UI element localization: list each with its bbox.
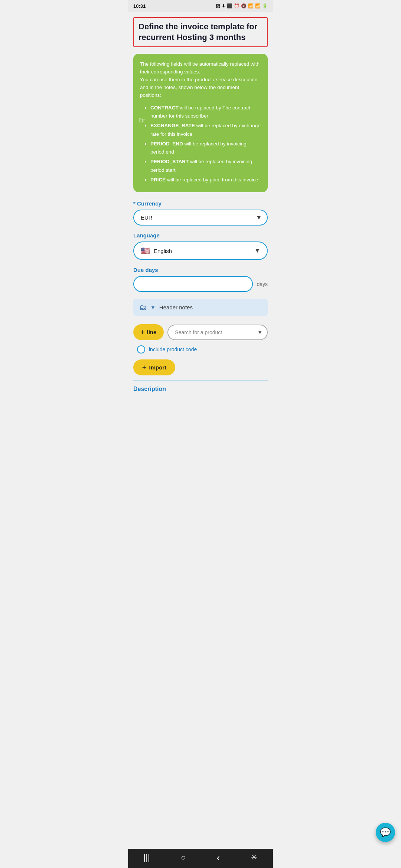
add-line-label: line — [147, 329, 157, 335]
flag-icon: 🇺🇸 — [141, 246, 150, 255]
header-notes-section[interactable]: 🗂 ▼ Header notes — [133, 299, 268, 316]
info-box: ☞ The following fields will be automatic… — [133, 54, 268, 192]
camera-icon: 🖼 — [216, 3, 220, 9]
import-button[interactable]: + Import — [133, 359, 175, 375]
language-select-wrapper[interactable]: 🇺🇸 English ▼ — [133, 241, 268, 260]
include-product-code-radio[interactable] — [137, 345, 145, 354]
add-line-row: + line Search for a product ▼ — [133, 324, 268, 340]
header-notes-icon: 🗂 — [139, 303, 147, 312]
info-list-item: PRICE will be replaced by price from thi… — [150, 176, 261, 184]
record-icon: ⬛ — [227, 3, 232, 9]
product-code-row: include product code — [133, 345, 268, 354]
language-value: English — [154, 248, 254, 254]
due-days-input[interactable] — [133, 276, 253, 292]
battery-icon: 🔋 — [262, 3, 268, 9]
product-search-select[interactable]: Search for a product — [167, 325, 268, 340]
include-product-code-label: include product code — [149, 346, 197, 352]
info-list-item: CONTRACT will be replaced by The contrac… — [150, 104, 261, 121]
import-plus-icon: + — [142, 364, 146, 371]
status-time: 10:31 — [133, 3, 146, 9]
language-label: Language — [133, 232, 268, 239]
main-content: Define the invoice template for recurren… — [128, 12, 273, 422]
header-notes-label: Header notes — [159, 304, 193, 310]
status-icons: 🖼 ⬇ ⬛ ⏰ 🔇 📶 📶 🔋 — [216, 3, 268, 9]
currency-select-wrapper: EUR USD GBP ▼ — [133, 210, 268, 226]
currency-label: * Currency — [133, 200, 268, 207]
wifi-icon: 📶 — [248, 3, 254, 9]
page-title-box: Define the invoice template for recurren… — [133, 17, 268, 47]
due-days-unit: days — [257, 281, 268, 287]
language-chevron-icon: ▼ — [254, 247, 260, 254]
info-list-item: PERIOD_START will be replaced by invoici… — [150, 158, 261, 174]
alarm-icon: ⏰ — [234, 3, 239, 9]
import-label: Import — [149, 364, 167, 371]
mute-icon: 🔇 — [241, 3, 247, 9]
page-title: Define the invoice template for recurren… — [138, 22, 263, 43]
description-section: Description — [133, 381, 268, 392]
info-list-item: PERIOD_END will be replaced by invoicing… — [150, 140, 261, 157]
product-search-wrapper: Search for a product ▼ — [167, 325, 268, 340]
plus-icon: + — [141, 328, 145, 336]
header-notes-chevron-icon: ▼ — [150, 305, 156, 310]
info-intro-text: The following fields will be automatical… — [140, 60, 261, 99]
info-list-item: EXCHANGE_RATE will be replaced by exchan… — [150, 122, 261, 138]
add-line-button[interactable]: + line — [133, 324, 164, 340]
description-label: Description — [133, 386, 166, 392]
info-list: CONTRACT will be replaced by The contrac… — [140, 104, 261, 184]
signal-icon: 📶 — [255, 3, 261, 9]
due-days-label: Due days — [133, 267, 268, 273]
due-days-wrapper: days — [133, 276, 268, 292]
download-icon: ⬇ — [222, 3, 225, 9]
info-arrow-icon: ☞ — [138, 116, 146, 125]
status-bar: 10:31 🖼 ⬇ ⬛ ⏰ 🔇 📶 📶 🔋 — [128, 0, 273, 12]
currency-select[interactable]: EUR USD GBP — [133, 210, 268, 226]
